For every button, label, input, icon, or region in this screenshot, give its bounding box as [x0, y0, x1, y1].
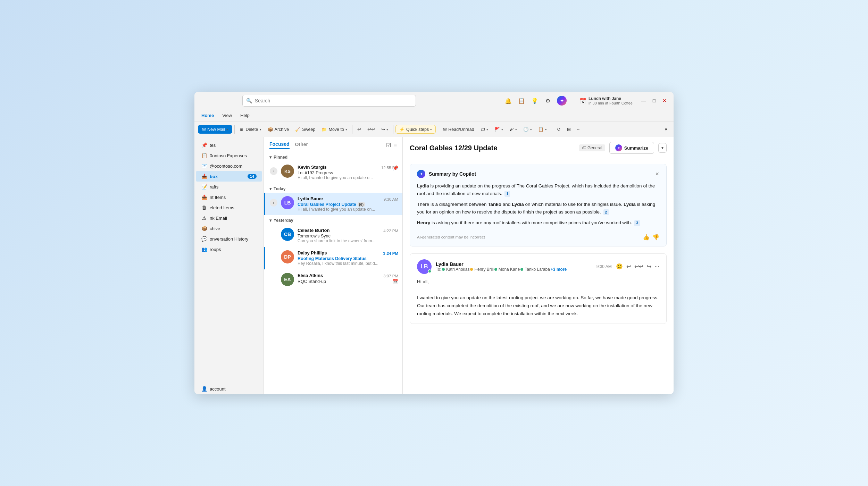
redo-button[interactable]: ↪ ▾: [378, 125, 391, 134]
undo2-button[interactable]: ↩↩: [365, 125, 378, 134]
sidebar-drafts-icon: 📝: [201, 184, 207, 190]
inbox-badge: 14: [248, 174, 257, 179]
email-item-kevin[interactable]: › KS Kevin Sturgis 12:55 PM Lot #192 Pro…: [264, 161, 402, 184]
recipient-dot-mona: [494, 268, 497, 271]
sidebar-item-history[interactable]: 💬 onversation History: [196, 234, 262, 244]
sidebar-item-junk[interactable]: ⚠ nk Email: [196, 213, 262, 223]
bell-icon[interactable]: 🔔: [504, 97, 512, 105]
sidebar-item-drafts[interactable]: 📝 rafts: [196, 182, 262, 192]
email-meta: Kevin Sturgis 12:55 PM: [298, 165, 398, 170]
flag-button[interactable]: 🚩 ▾: [492, 125, 506, 134]
sidebar-item-deleted[interactable]: 🗑 eleted Items: [196, 202, 262, 213]
reading-pane-body: ✦ Summary by Copilot ✕ Lydia is providin…: [403, 158, 674, 394]
tab-other[interactable]: Other: [295, 142, 308, 149]
new-mail-button[interactable]: ✉ New Mail ▾: [198, 125, 232, 134]
sidebar-junk-icon: ⚠: [201, 215, 207, 221]
message-recipients: To: Katri Ahokas Henry Brill Mona Kane T…: [436, 267, 592, 272]
sweep-button[interactable]: 🧹 Sweep: [292, 125, 318, 134]
search-input[interactable]: [255, 98, 412, 103]
expand-button[interactable]: ▾: [658, 143, 667, 153]
message-actions: 🙂 ↩ ↩↩ ↪ ···: [616, 263, 659, 270]
refresh-button[interactable]: ↺: [554, 125, 564, 134]
toolbar: ✉ New Mail ▾ 🗑 Delete ▾ 📦 Archive 🧹 Swee…: [194, 122, 674, 137]
more-recipients-link[interactable]: +3 more: [551, 267, 567, 272]
sidebar-item-account[interactable]: 👤 account: [196, 384, 262, 394]
calendar-check-icon[interactable]: 📋: [517, 97, 526, 105]
more-message-options-button[interactable]: ···: [655, 263, 659, 270]
move-to-button[interactable]: 📁 Move to ▾: [319, 125, 350, 134]
summarize-button[interactable]: ✦ Summarize: [609, 142, 654, 154]
rules-button[interactable]: 📋 ▾: [535, 125, 550, 134]
sidebar-item-tes[interactable]: 📌 tes: [196, 140, 262, 150]
reminder-title: Lunch with Jane: [589, 96, 633, 101]
more-options-button[interactable]: ···: [574, 125, 583, 134]
sidebar-item-sent[interactable]: 📤 nt Items: [196, 192, 262, 202]
ref-3[interactable]: 3: [634, 220, 640, 226]
sidebar-email-icon: 📧: [201, 163, 207, 169]
reply-button[interactable]: ↩: [626, 263, 631, 270]
filter-button[interactable]: ≡: [394, 142, 397, 149]
sidebar-item-label: 0ontoso Expenses: [210, 153, 247, 158]
undo2-icon: ↩↩: [367, 127, 375, 132]
menu-help[interactable]: Help: [237, 111, 253, 119]
minimize-button[interactable]: —: [640, 98, 647, 103]
today-label: Today: [274, 186, 285, 191]
undo-button[interactable]: ↩: [354, 125, 364, 134]
copilot-icon[interactable]: ✦: [557, 96, 567, 106]
archive-button[interactable]: 📦 Archive: [265, 125, 292, 134]
email-meta-lydia: Lydia Bauer 9:30 AM: [298, 196, 398, 201]
close-button[interactable]: ✕: [661, 98, 668, 103]
email-sender-daisy: Daisy Phillips: [298, 250, 327, 255]
copilot-feedback: 👍 👎: [643, 234, 659, 241]
emoji-reaction-button[interactable]: 🙂: [616, 263, 623, 270]
email-category[interactable]: 🏷 General: [579, 144, 605, 151]
category-label: General: [587, 145, 602, 150]
message-greeting: Hi all,: [417, 278, 659, 286]
ref-1[interactable]: 1: [504, 191, 510, 197]
sidebar-item-expenses[interactable]: 📋 0ontoso Expenses: [196, 150, 262, 161]
sidebar-item-groups[interactable]: 👥 roups: [196, 244, 262, 254]
clock-button[interactable]: 🕐 ▾: [520, 125, 535, 134]
email-item-elvia[interactable]: EA Elvia Atkins 3:07 PM RQC Stand-up 📅: [264, 269, 402, 290]
email-expand-btn-2[interactable]: ›: [270, 199, 277, 207]
delete-button[interactable]: 🗑 Delete ▾: [237, 125, 264, 134]
yesterday-group-header[interactable]: ▾ Yesterday: [264, 215, 402, 224]
reply-all-button[interactable]: ↩↩: [634, 263, 643, 270]
ref-2[interactable]: 2: [603, 209, 609, 216]
sidebar-item-inbox[interactable]: 📥 box 14: [196, 171, 262, 182]
thumbs-up-button[interactable]: 👍: [643, 234, 650, 241]
sidebar-item-label: tes: [210, 143, 216, 148]
lightbulb-icon[interactable]: 💡: [531, 97, 539, 105]
today-group-header[interactable]: ▾ Today: [264, 184, 402, 193]
settings-icon[interactable]: ⚙: [544, 97, 552, 105]
message-avatar: LB: [417, 259, 432, 274]
email-preview-celeste: Can you share a link to the owners' from…: [298, 238, 398, 243]
email-subject-daisy: Roofing Materials Delivery Status: [298, 256, 398, 261]
pinned-group-header[interactable]: ▾ Pinned: [264, 152, 402, 161]
thumbs-down-button[interactable]: 👎: [652, 234, 659, 241]
move-to-chevron-icon: ▾: [345, 128, 347, 131]
email-expand-btn[interactable]: ›: [270, 167, 277, 175]
grid-view-button[interactable]: ⊞: [564, 125, 574, 134]
copilot-close-button[interactable]: ✕: [655, 171, 659, 177]
select-all-button[interactable]: ☑: [386, 142, 391, 149]
email-item-celeste[interactable]: CB Celeste Burton 4:22 PM Tomorrow's Syn…: [264, 224, 402, 247]
lydia-name-2: Lydia: [512, 202, 524, 207]
tab-focused[interactable]: Focused: [269, 141, 290, 149]
forward-button[interactable]: ↪: [647, 263, 651, 270]
sidebar-item-email[interactable]: 📧 @ocontoso.com: [196, 161, 262, 171]
read-unread-button[interactable]: ✉ Read/Unread: [440, 125, 477, 134]
collapse-toolbar-button[interactable]: ▾: [662, 125, 670, 134]
sidebar-item-archive[interactable]: 📦 chive: [196, 223, 262, 234]
menu-home[interactable]: Home: [198, 111, 217, 119]
flag-icon: 🚩: [494, 127, 500, 132]
brush-button[interactable]: 🖌 ▾: [507, 125, 520, 134]
search-box[interactable]: 🔍: [242, 95, 416, 107]
tag-chevron-icon: ▾: [486, 128, 488, 131]
maximize-button[interactable]: □: [651, 98, 658, 103]
quick-steps-button[interactable]: ⚡ Quick steps ▾: [395, 125, 436, 134]
email-item-lydia[interactable]: › LB Lydia Bauer 9:30 AM Coral Gables Pr…: [264, 193, 402, 215]
email-item-daisy[interactable]: DP Daisy Phillips 3:24 PM Roofing Materi…: [264, 247, 402, 269]
menu-view[interactable]: View: [219, 111, 235, 119]
tag-button[interactable]: 🏷 ▾: [478, 125, 491, 134]
